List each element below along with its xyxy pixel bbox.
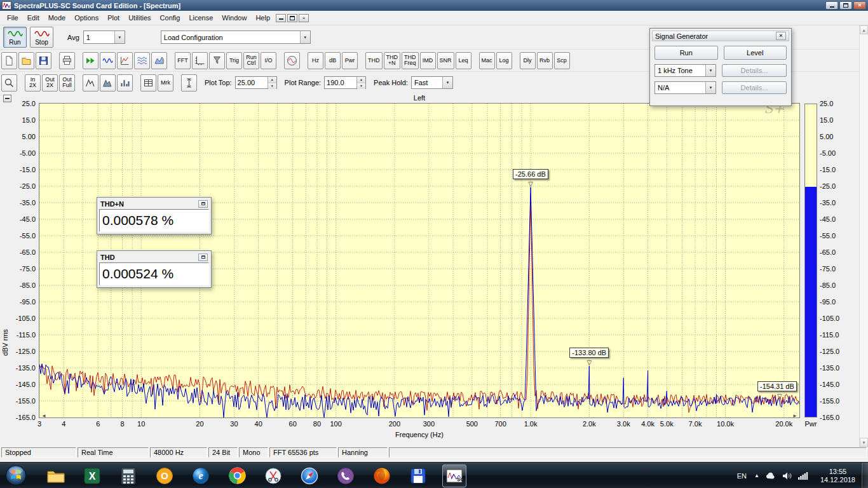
avg-select[interactable]: 1 ▼ <box>83 30 125 44</box>
taskbar-icon-safari[interactable] <box>297 464 322 487</box>
mdi-minimize-button[interactable] <box>276 14 286 22</box>
minimize-button[interactable] <box>825 1 838 10</box>
scope-button[interactable]: Scp <box>554 52 570 69</box>
plot-top-input[interactable]: ▲▼ <box>235 76 277 89</box>
thd-button[interactable]: THD <box>365 52 383 69</box>
bar-plot-button[interactable] <box>117 74 133 92</box>
process-file-button[interactable] <box>83 52 98 69</box>
menu-plot[interactable]: Plot <box>103 12 124 24</box>
volume-icon[interactable] <box>782 472 792 480</box>
generator-details2-button[interactable]: Details... <box>722 81 787 94</box>
io-device-button[interactable]: I/O <box>261 52 276 69</box>
macro-button[interactable]: Mac <box>479 52 495 69</box>
zoom-out-2x-button[interactable]: Out2X <box>42 74 58 92</box>
signal-generator-button[interactable] <box>284 52 300 69</box>
amplitude-button[interactable] <box>209 52 225 69</box>
filled-plot-button[interactable] <box>100 74 116 92</box>
x-scroll-right-button[interactable]: ► <box>791 412 799 419</box>
plot-range-field[interactable] <box>325 77 356 88</box>
menu-file[interactable]: File <box>3 12 23 24</box>
mdi-close-button[interactable]: × <box>299 14 309 22</box>
thd-close-button[interactable] <box>198 254 208 261</box>
plot-top-spinner[interactable]: ▲▼ <box>268 77 276 88</box>
delay-button[interactable]: Dly <box>520 52 536 69</box>
signal-generator-title-bar[interactable]: Signal Generator × <box>652 30 789 41</box>
logging-button[interactable]: Log <box>496 52 512 69</box>
surface-button[interactable] <box>151 52 167 69</box>
reverb-button[interactable]: Rvb <box>537 52 553 69</box>
scale-ruler-button[interactable] <box>181 74 197 92</box>
x-scroll-left-button[interactable]: ◄ <box>40 412 48 419</box>
menu-options[interactable]: Options <box>70 12 103 24</box>
vertical-scrollbar[interactable]: ▲ ▼ <box>859 25 868 447</box>
maximize-button[interactable] <box>839 1 852 10</box>
menu-license[interactable]: License <box>184 12 217 24</box>
snr-button[interactable]: SNR <box>437 52 454 69</box>
data-table-button[interactable] <box>140 74 156 92</box>
load-configuration-select[interactable]: Load Configuration ▼ <box>161 30 311 44</box>
stop-button[interactable]: Stop <box>30 27 53 48</box>
save-button[interactable] <box>36 52 51 69</box>
menu-mode[interactable]: Mode <box>44 12 71 24</box>
plot-range-spinner[interactable]: ▲▼ <box>356 77 365 88</box>
menu-utilities[interactable]: Utilities <box>124 12 155 24</box>
taskbar-icon-firefox[interactable] <box>370 464 394 487</box>
language-indicator[interactable]: EN <box>737 472 747 480</box>
generator-tone-select[interactable]: 1 kHz Tone▼ <box>654 64 716 77</box>
zoom-out-full-button[interactable]: OutFull <box>59 74 75 92</box>
spectrum-button[interactable] <box>117 52 133 69</box>
scaling-button[interactable] <box>192 52 208 69</box>
taskbar-icon-internet[interactable]: e <box>189 464 213 487</box>
hz-button[interactable]: Hz <box>308 52 323 69</box>
network-icon[interactable] <box>798 472 808 480</box>
taskbar-icon-chrome[interactable] <box>225 464 249 487</box>
taskbar-icon-outlook[interactable]: O <box>153 464 177 487</box>
menu-config[interactable]: Config <box>156 12 185 24</box>
plot-range-input[interactable]: ▲▼ <box>324 76 366 89</box>
db-button[interactable]: dB <box>325 52 341 69</box>
zoom-button[interactable] <box>1 74 17 92</box>
start-button[interactable] <box>5 464 27 486</box>
print-button[interactable] <box>59 52 75 69</box>
time-series-button[interactable] <box>100 52 116 69</box>
markers-button[interactable]: Mrk <box>158 74 173 92</box>
line-plot-button[interactable] <box>83 74 98 92</box>
cloud-icon[interactable] <box>766 472 776 479</box>
taskbar-icon-disk[interactable] <box>406 464 430 487</box>
hidden-icons-button[interactable]: ▲ <box>754 473 759 478</box>
zoom-in-2x-button[interactable]: In2X <box>25 74 41 92</box>
taskbar-icon-spectraplus[interactable]: SC <box>442 464 466 487</box>
leq-button[interactable]: Leq <box>456 52 471 69</box>
taskbar-icon-viber[interactable] <box>334 464 358 487</box>
plot-top-field[interactable] <box>236 77 268 88</box>
generator-channel2-select[interactable]: N/A▼ <box>654 81 716 94</box>
scroll-up-icon[interactable]: ▲ <box>860 25 868 34</box>
mdi-restore-button[interactable] <box>287 14 297 22</box>
scroll-down-icon[interactable]: ▼ <box>860 438 868 447</box>
menu-help[interactable]: Help <box>251 12 275 24</box>
trigger-button[interactable]: Trig <box>226 52 242 69</box>
close-button[interactable]: × <box>853 1 866 10</box>
menu-edit[interactable]: Edit <box>23 12 44 24</box>
thd-freq-button[interactable]: THDFreq <box>402 52 419 69</box>
signal-generator-close-button[interactable]: × <box>776 32 786 40</box>
fft-settings-button[interactable]: FFT <box>175 52 191 69</box>
run-button[interactable]: Run <box>3 27 27 48</box>
clock[interactable]: 13:55 14.12.2018 <box>820 468 855 484</box>
menu-window[interactable]: Window <box>217 12 251 24</box>
peak-hold-select[interactable]: Fast ▼ <box>411 76 453 89</box>
show-desktop-button[interactable] <box>861 463 868 488</box>
taskbar-icon-snipping[interactable] <box>261 464 285 487</box>
thd-n-close-button[interactable] <box>198 200 208 208</box>
open-button[interactable] <box>18 52 34 69</box>
generator-details1-button[interactable]: Details... <box>722 64 787 77</box>
thd-n-button[interactable]: THD+N <box>384 52 401 69</box>
generator-level-button[interactable]: Level <box>724 46 787 60</box>
taskbar-icon-explorer[interactable] <box>44 464 68 487</box>
taskbar-icon-calculator[interactable] <box>116 464 140 487</box>
pwr-button[interactable]: Pwr <box>342 52 358 69</box>
generator-run-button[interactable]: Run <box>654 46 718 60</box>
imd-button[interactable]: IMD <box>420 52 436 69</box>
spectrogram-button[interactable] <box>134 52 150 69</box>
taskbar-icon-excel[interactable]: X <box>80 464 104 487</box>
